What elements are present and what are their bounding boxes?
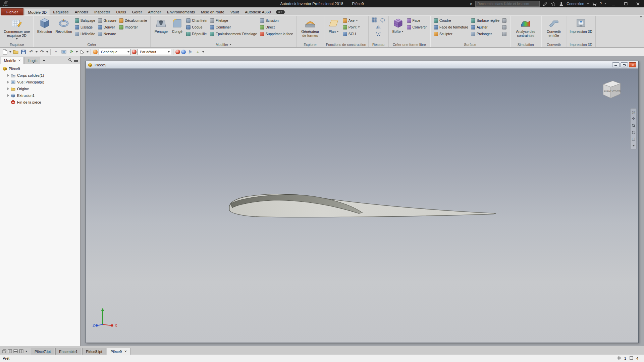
doc-tab-piece9[interactable]: Pièce9✕: [107, 348, 131, 355]
ribbon-collapse-caret-icon[interactable]: [640, 16, 642, 18]
appearance-combo-caret-icon[interactable]: [168, 51, 170, 53]
update-caret-icon[interactable]: [76, 51, 78, 53]
filetage-button[interactable]: Filetage: [209, 17, 259, 24]
surface-extra-2-button[interactable]: [501, 24, 508, 31]
viewport-3d[interactable]: AVANT DROITE ◎ ✛ ▢: [86, 69, 638, 343]
point-caret-icon[interactable]: [358, 26, 360, 28]
help-caret-icon[interactable]: [604, 3, 606, 4]
save-icon[interactable]: [20, 49, 27, 55]
chanfrein-button[interactable]: Chanfrein: [185, 17, 209, 24]
start-2d-sketch-button[interactable]: Commencer une esquisse 2D: [3, 17, 31, 40]
surface-extra-1-button[interactable]: [501, 17, 508, 24]
help-search-input[interactable]: [477, 2, 538, 6]
extrusion-button[interactable]: Extrusion: [35, 17, 54, 34]
look-at-icon[interactable]: [60, 49, 67, 55]
importer-button[interactable]: Importer: [118, 24, 149, 31]
tab-outils[interactable]: Outils: [113, 8, 129, 15]
analyse-contraintes-button[interactable]: Analyse des contraintes: [512, 17, 539, 38]
tab-afficher[interactable]: Afficher: [145, 8, 164, 15]
plan-caret-icon[interactable]: [337, 31, 339, 32]
percage-button[interactable]: Perçage: [153, 17, 169, 34]
tab-vault[interactable]: Vault: [227, 8, 242, 15]
pan-icon[interactable]: ✛: [631, 117, 636, 121]
nervure-button[interactable]: Nervure: [97, 31, 118, 37]
tab-annoter[interactable]: Annoter: [72, 8, 91, 15]
navbar-more-icon[interactable]: [631, 143, 636, 148]
doc-restore-button[interactable]: [621, 62, 628, 67]
surface-extra-3-button[interactable]: [501, 31, 508, 37]
conge-button[interactable]: Congé: [169, 17, 185, 34]
helicoide-button[interactable]: Hélicoïde: [73, 31, 97, 37]
gravure-button[interactable]: Gravure: [97, 17, 118, 24]
convertir-tole-button[interactable]: Convertir en tôle: [543, 17, 564, 38]
expand-tabs-icon[interactable]: ▲: [25, 350, 28, 353]
split-horizontal-icon[interactable]: [13, 349, 18, 353]
point-button[interactable]: Point: [341, 24, 361, 31]
appearance-combobox[interactable]: Par défaut: [138, 49, 171, 55]
doc-minimize-button[interactable]: [612, 62, 620, 67]
undo-caret-icon[interactable]: [36, 51, 38, 53]
viewcube-right-label[interactable]: DROITE: [612, 89, 621, 92]
nav-wheel-icon[interactable]: ◎: [631, 110, 636, 114]
adjust-appearance-icon[interactable]: [175, 50, 180, 54]
combiner-button[interactable]: Combiner: [209, 24, 259, 31]
browser-tab-close-icon[interactable]: ✕: [18, 59, 21, 62]
viewcube-front-label[interactable]: AVANT: [604, 90, 612, 93]
prolonger-button[interactable]: Prolonger: [470, 31, 501, 37]
orbit-icon[interactable]: [631, 130, 636, 134]
split-vertical-icon[interactable]: [19, 349, 23, 353]
new-file-caret-icon[interactable]: [9, 51, 11, 53]
material-combo-caret-icon[interactable]: [127, 51, 129, 53]
search-collapse-icon[interactable]: ▶: [470, 2, 473, 5]
cascade-windows-icon[interactable]: [2, 349, 6, 353]
doc-tab-piece8[interactable]: Pièce8.ipt: [82, 348, 106, 355]
clear-appearance-icon[interactable]: [181, 50, 186, 54]
rectangular-pattern-button[interactable]: [371, 17, 378, 23]
decalcomanie-button[interactable]: Décalcomanie: [118, 17, 149, 24]
impression-3d-button[interactable]: Impression 3D: [569, 17, 593, 34]
tab-modele-3d[interactable]: Modèle 3D: [25, 9, 50, 16]
browser-search-icon[interactable]: [68, 58, 72, 63]
tree-item-end-of-part[interactable]: Fin de la pièce: [0, 99, 80, 106]
doc-tab-close-icon[interactable]: ✕: [124, 350, 127, 353]
qat-overflow-caret-icon[interactable]: [202, 51, 204, 53]
axe-button[interactable]: Axe: [341, 17, 361, 24]
browser-tab-modele[interactable]: Modèle✕: [1, 57, 24, 64]
tab-mise-en-route[interactable]: Mise en route: [198, 8, 227, 15]
redo-icon[interactable]: ↷: [39, 49, 45, 55]
browser-menu-icon[interactable]: [74, 59, 78, 62]
doc-close-button[interactable]: [629, 62, 636, 67]
lissage-button[interactable]: Lissage: [73, 24, 97, 31]
pen-sign-icon[interactable]: [542, 1, 548, 6]
direct-button[interactable]: Direct: [259, 24, 294, 31]
expand-caret-icon[interactable]: [7, 87, 9, 90]
document-window-titlebar[interactable]: Pièce9: [86, 61, 638, 69]
generateur-formes-button[interactable]: Générateur de formes: [299, 17, 322, 38]
tab-autodesk-a360[interactable]: Autodesk A360: [242, 8, 274, 15]
maximize-button[interactable]: [621, 1, 631, 7]
connected-status-pill[interactable]: [276, 10, 285, 14]
expand-caret-icon[interactable]: [7, 74, 9, 77]
select-icon[interactable]: [79, 49, 86, 55]
update-icon[interactable]: ⟳: [68, 49, 75, 55]
tile-windows-icon[interactable]: [8, 349, 12, 353]
boite-button[interactable]: Boîte: [391, 17, 406, 34]
look-at-face-icon[interactable]: ▢: [631, 137, 636, 141]
tree-item[interactable]: Origine: [0, 85, 80, 92]
face-fermeture-button[interactable]: Face de fermeture: [432, 24, 470, 31]
tab-gerer[interactable]: Gérer: [129, 8, 145, 15]
cart-icon[interactable]: [592, 1, 597, 6]
tree-item[interactable]: Corps solides(1): [0, 72, 80, 79]
material-combobox[interactable]: Générique: [99, 49, 131, 55]
group-label-modifier[interactable]: Modifier: [151, 42, 297, 47]
face-button[interactable]: Face: [406, 17, 428, 24]
depouille-button[interactable]: Dépouille: [185, 31, 209, 37]
sculpter-button[interactable]: Sculpter: [432, 31, 470, 37]
epaississement-button[interactable]: Epaississement/ Décalage: [209, 31, 259, 37]
browser-tab-ilogic[interactable]: iLogic: [24, 57, 40, 64]
signin-label[interactable]: Connexion: [567, 2, 584, 6]
minimize-button[interactable]: [609, 1, 619, 7]
axe-caret-icon[interactable]: [356, 20, 358, 21]
tree-root[interactable]: Pièce9: [0, 65, 80, 72]
circular-pattern-button[interactable]: [379, 17, 386, 23]
